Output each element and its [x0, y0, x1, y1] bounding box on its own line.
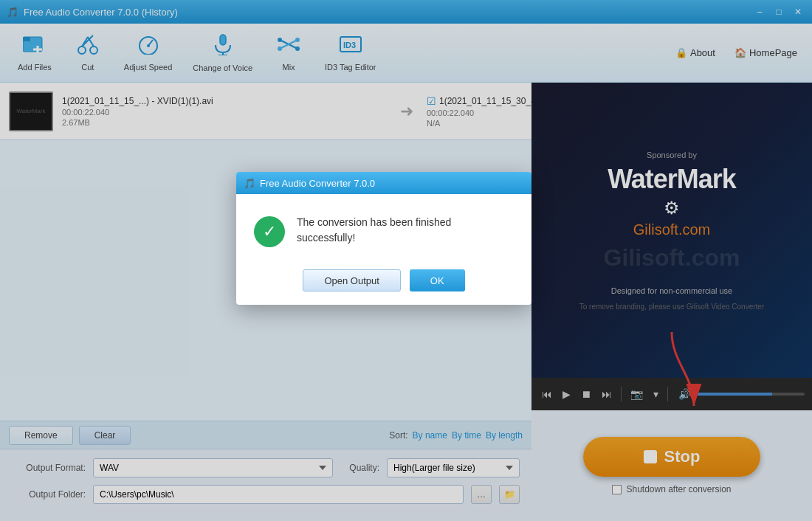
- dialog-title: Free Audio Converter 7.0.0: [260, 178, 375, 189]
- dialog-footer: Open Output OK: [236, 262, 531, 305]
- dialog-title-bar: 🎵 Free Audio Converter 7.0.0: [236, 172, 531, 194]
- open-output-button[interactable]: Open Output: [303, 269, 400, 291]
- ok-button[interactable]: OK: [410, 269, 465, 291]
- success-icon: ✓: [254, 216, 285, 247]
- dialog-overlay: 🎵 Free Audio Converter 7.0.0 ✓ The conve…: [0, 0, 812, 521]
- dialog-title-icon: 🎵: [244, 178, 255, 189]
- dialog-message: The conversion has been finishedsuccessf…: [297, 215, 451, 246]
- dialog-body: ✓ The conversion has been finishedsucces…: [236, 194, 531, 262]
- success-dialog: 🎵 Free Audio Converter 7.0.0 ✓ The conve…: [236, 172, 531, 305]
